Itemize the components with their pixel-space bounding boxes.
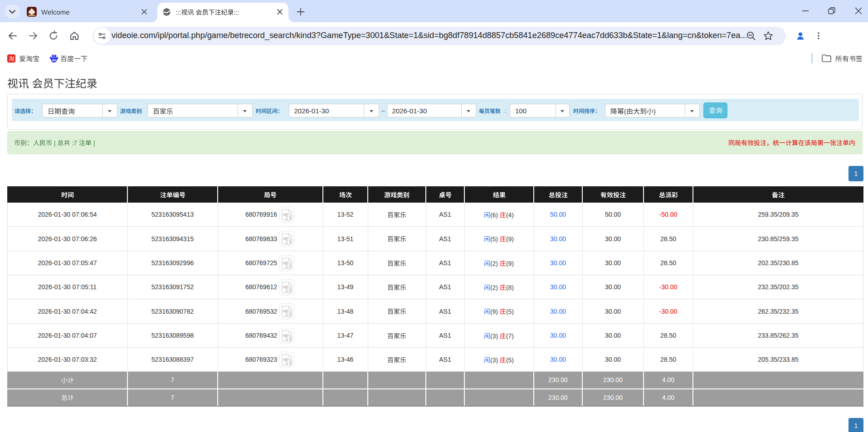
svg-text:du: du (52, 58, 56, 62)
